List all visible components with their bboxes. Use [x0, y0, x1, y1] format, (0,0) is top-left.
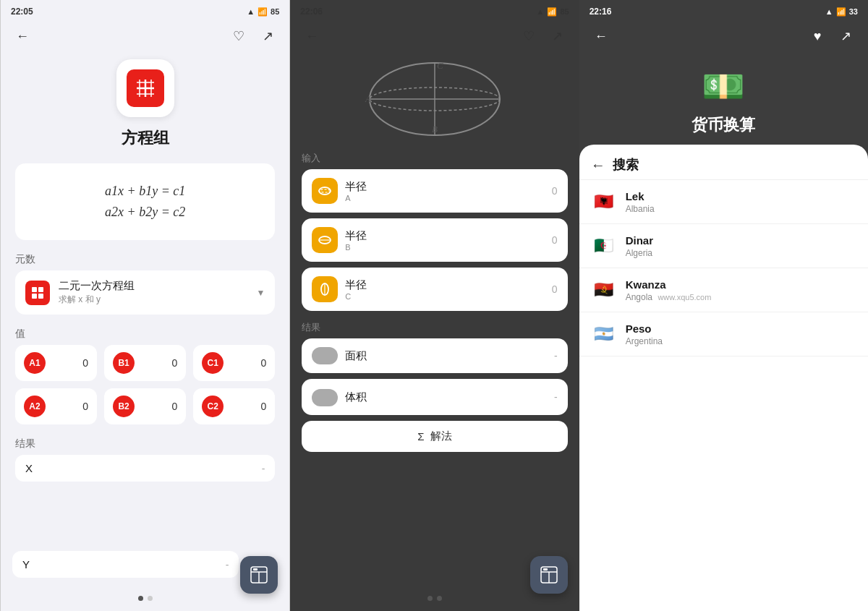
result-area-text: 面积: [345, 349, 547, 363]
back-button-3[interactable]: ←: [591, 26, 611, 46]
input-a1[interactable]: 0: [51, 357, 88, 369]
status-bar-2: 22:06 ▲ 📶 85: [290, 0, 579, 20]
variables-dropdown[interactable]: 二元一次方程组 求解 x 和 y ▼: [15, 270, 275, 315]
input-c1[interactable]: 0: [229, 357, 266, 369]
result-x-value: -: [262, 463, 265, 474]
search-back-button[interactable]: ←: [591, 157, 605, 174]
search-list: 🇦🇱 Lek Albania 🇩🇿 Dinar Algeria 🇦🇴 Kwanz…: [579, 180, 868, 611]
input-row-c[interactable]: 半径 C 0: [302, 268, 567, 311]
share-button-1[interactable]: ↗: [258, 26, 278, 46]
status-icons-3: ▲ 📶 33: [825, 7, 858, 17]
badge-b2: B2: [113, 396, 135, 417]
flag-kwanza: 🇦🇴: [591, 277, 617, 303]
formula-line-1: a1x + b1y = c1: [30, 184, 260, 199]
input-a2[interactable]: 0: [51, 401, 88, 412]
dinar-country: Algeria: [626, 248, 653, 258]
value-cell-a2[interactable]: A2 0: [15, 388, 97, 424]
panel-ellipsoid: 22:06 ▲ 📶 85 ← ♡ ↗: [290, 0, 579, 611]
favorite-button-1[interactable]: ♡: [229, 26, 249, 46]
result-y-label: Y: [22, 558, 30, 571]
back-button-2[interactable]: ←: [302, 26, 322, 46]
input-row-b[interactable]: 半径 B 0: [302, 218, 567, 262]
solve-button[interactable]: Σ 解法: [302, 421, 567, 452]
svg-rect-6: [32, 287, 37, 292]
ellipse-diagram: A B C: [302, 52, 567, 146]
radius-icon-c: [312, 276, 338, 302]
input-b2[interactable]: 0: [140, 401, 177, 412]
search-item-peso[interactable]: 🇦🇷 Peso Argentina: [579, 312, 868, 356]
status-time-2: 22:06: [300, 7, 323, 17]
peso-name: Peso: [626, 322, 663, 335]
kwanza-country: Angola www.xqu5.com: [626, 292, 712, 302]
status-bar-1: 22:05 ▲ 📶 85: [1, 0, 289, 20]
search-item-kwanza-info: Kwanza Angola www.xqu5.com: [626, 278, 712, 302]
svg-point-22: [319, 189, 331, 192]
favorite-button-2[interactable]: ♡: [519, 26, 539, 46]
badge-a1: A1: [24, 352, 46, 374]
currency-title: 货币换算: [579, 114, 868, 136]
input-sub-a: A: [345, 194, 545, 202]
nav-bar-3: ← ♥ ↗: [579, 20, 868, 52]
svg-rect-13: [253, 568, 258, 571]
search-title: 搜索: [613, 156, 639, 174]
value-cell-a1[interactable]: A1 0: [15, 345, 97, 381]
values-label: 值: [15, 328, 25, 341]
p1-title: 方程组: [122, 127, 169, 149]
search-item-lek-info: Lek Albania: [626, 190, 655, 214]
calculator-icon-1: [250, 565, 268, 584]
input-c2[interactable]: 0: [229, 401, 266, 412]
nav-bar-1: ← ♡ ↗: [1, 20, 289, 52]
search-item-kwanza[interactable]: 🇦🇴 Kwanza Angola www.xqu5.com: [579, 268, 868, 312]
input-row-a[interactable]: 半径 A 0: [302, 169, 567, 213]
value-cell-b2[interactable]: B2 0: [104, 388, 186, 424]
search-item-dinar[interactable]: 🇩🇿 Dinar Algeria: [579, 224, 868, 268]
value-cell-b1[interactable]: B1 0: [104, 345, 186, 381]
back-button-1[interactable]: ←: [12, 26, 33, 46]
svg-point-21: [319, 187, 331, 195]
app-icon-inner: [127, 69, 164, 107]
badge-a2: A2: [24, 396, 46, 417]
bottom-result-row: Y -: [12, 551, 239, 582]
area-label: 面积: [345, 349, 547, 363]
share-button-2[interactable]: ↗: [548, 26, 568, 46]
nav-bar-2: ← ♡ ↗: [290, 20, 579, 52]
value-cell-c1[interactable]: C1 0: [193, 345, 275, 381]
dropdown-main: 二元一次方程组: [59, 279, 247, 293]
grid-icon: [134, 77, 157, 100]
bottom-dots-1: [132, 590, 158, 607]
calculator-fab-1[interactable]: [240, 556, 278, 594]
result-section-label-2: 结果: [302, 321, 567, 334]
nav-right-3: ♥ ↗: [807, 26, 856, 46]
search-item-peso-info: Peso Argentina: [626, 322, 663, 346]
battery-text-1: 85: [271, 7, 279, 16]
value-cell-c2[interactable]: C2 0: [193, 388, 275, 424]
svg-rect-9: [38, 294, 43, 299]
lek-name: Lek: [626, 190, 655, 202]
result-row-y: Y -: [12, 551, 239, 578]
input-text-c: 半径 C: [345, 278, 545, 301]
badge-c1: C1: [202, 352, 224, 374]
calculator-fab-2[interactable]: [530, 556, 568, 594]
input-b1[interactable]: 0: [140, 357, 177, 369]
share-button-3[interactable]: ↗: [836, 26, 856, 46]
search-item-lek[interactable]: 🇦🇱 Lek Albania: [579, 180, 868, 224]
status-time-1: 22:05: [11, 7, 33, 17]
badge-b1: B1: [113, 352, 135, 374]
formula-line-2: a2x + b2y = c2: [30, 205, 260, 220]
favorite-button-3[interactable]: ♥: [807, 26, 827, 46]
nav-right-2: ♡ ↗: [519, 26, 568, 46]
status-icons-1: ▲ 📶 85: [247, 7, 279, 17]
values-grid: A1 0 B1 0 C1 0 A2 0 B2 0 C2 0: [15, 345, 275, 424]
area-icon: [312, 347, 338, 364]
svg-rect-8: [32, 294, 37, 299]
dropdown-text: 二元一次方程组 求解 x 和 y: [59, 279, 247, 306]
input-value-b: 0: [552, 234, 558, 246]
formula-box: a1x + b1y = c1 a2x + b2y = c2: [15, 163, 275, 240]
radius-icon-a: [312, 178, 338, 204]
wifi-icon-1: ▲: [247, 7, 255, 16]
battery-text-3: 33: [849, 7, 858, 16]
sigma-icon: Σ: [417, 430, 424, 443]
result-volume-text: 体积: [345, 390, 547, 404]
svg-text:B: B: [432, 124, 438, 134]
signal-icon-1: 📶: [258, 7, 268, 17]
